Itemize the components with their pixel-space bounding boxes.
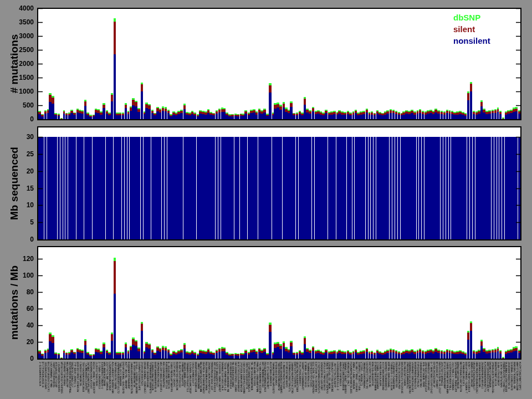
mutation-rate-figure: # mutations Mb sequenced mutations / Mb … xyxy=(0,0,532,399)
chart-canvas xyxy=(0,0,532,399)
legend-item-nonsilent: nonsilent xyxy=(453,35,490,47)
x-axis-sample-labels xyxy=(38,360,521,397)
legend: dbSNP silent nonsilent xyxy=(453,12,490,47)
legend-item-dbsnp: dbSNP xyxy=(453,12,490,23)
legend-item-silent: silent xyxy=(453,23,490,35)
